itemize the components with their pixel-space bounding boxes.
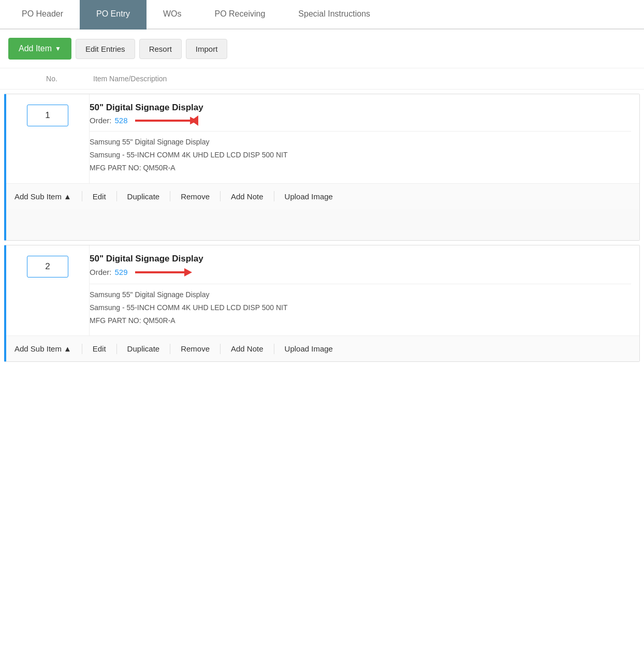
item-number-2: 2 (6, 245, 89, 336)
item-main-2: 2 50" Digital Signage Display Order: 529… (6, 245, 639, 336)
item-order-1: Order: 528 (90, 116, 631, 125)
duplicate-button-2[interactable]: Duplicate (127, 342, 160, 355)
detail-line-1-2: MFG PART NO: QM50R-A (90, 162, 631, 174)
upload-image-button-2[interactable]: Upload Image (285, 342, 333, 355)
detail-line-1-1: Samsung - 55-INCH COMM 4K UHD LED LCD DI… (90, 149, 631, 162)
divider-2c (170, 344, 170, 354)
divider-1e (274, 191, 274, 201)
add-sub-item-label-1: Add Sub Item (14, 192, 62, 201)
add-note-button-2[interactable]: Add Note (231, 342, 264, 355)
divider-2e (274, 344, 274, 354)
detail-line-2-0: Samsung 55" Digital Signage Display (90, 288, 631, 301)
number-box-1: 1 (27, 105, 68, 126)
divider-1a (82, 191, 82, 201)
divider-2a (82, 344, 82, 354)
item-details-1: Samsung 55" Digital Signage Display Sams… (90, 136, 631, 183)
order-link-1[interactable]: 528 (115, 116, 128, 125)
column-no: No. (10, 75, 93, 83)
add-sub-item-button-1[interactable]: Add Sub Item ▲ (14, 190, 71, 203)
arrow-svg-2 (135, 267, 192, 277)
svg-marker-3 (184, 268, 192, 276)
divider-1c (170, 191, 170, 201)
detail-line-1-0: Samsung 55" Digital Signage Display (90, 136, 631, 149)
column-item-name: Item Name/Description (93, 75, 634, 83)
item-divider-2 (90, 284, 631, 284)
item-content-1: 50" Digital Signage Display Order: 528 S… (89, 94, 639, 183)
remove-button-1[interactable]: Remove (181, 190, 210, 203)
item-title-1: 50" Digital Signage Display (90, 103, 631, 113)
item-main-1: 1 50" Digital Signage Display Order: 528… (6, 94, 639, 183)
tab-bar: PO Header PO Entry WOs PO Receiving Spec… (0, 0, 644, 30)
import-button[interactable]: Import (186, 39, 228, 59)
sub-item-area-1 (6, 209, 639, 240)
add-item-label: Add Item (19, 44, 52, 53)
add-sub-item-chevron-2: ▲ (64, 344, 71, 353)
order-link-2[interactable]: 529 (115, 268, 128, 276)
main-toolbar: Add Item ▼ Edit Entries Resort Import (0, 30, 644, 68)
tab-wos[interactable]: WOs (147, 0, 198, 30)
item-content-2: 50" Digital Signage Display Order: 529 S… (89, 245, 639, 336)
edit-entries-button[interactable]: Edit Entries (76, 39, 135, 59)
edit-button-1[interactable]: Edit (93, 190, 106, 203)
add-item-button[interactable]: Add Item ▼ (8, 38, 71, 60)
add-sub-item-label-2: Add Sub Item (14, 344, 62, 353)
add-note-button-1[interactable]: Add Note (231, 190, 264, 203)
divider-1d (220, 191, 221, 201)
divider-2d (220, 344, 221, 354)
add-sub-item-chevron-1: ▲ (64, 192, 71, 201)
item-divider-1 (90, 131, 631, 132)
item-order-2: Order: 529 (90, 267, 631, 277)
item-title-2: 50" Digital Signage Display (90, 254, 631, 264)
item-number-value-2: 2 (45, 261, 50, 272)
detail-line-2-1: Samsung - 55-INCH COMM 4K UHD LED LCD DI… (90, 301, 631, 314)
item-number-value-1: 1 (45, 110, 50, 121)
arrow-svg-1 (135, 115, 197, 126)
upload-image-button-1[interactable]: Upload Image (285, 190, 333, 203)
order-label-2: Order: (90, 268, 112, 276)
tab-po-entry[interactable]: PO Entry (80, 0, 147, 30)
chevron-down-icon: ▼ (55, 45, 61, 52)
remove-button-2[interactable]: Remove (181, 342, 210, 355)
item-card-1: 1 50" Digital Signage Display Order: 528… (4, 94, 640, 241)
add-sub-item-button-2[interactable]: Add Sub Item ▲ (14, 342, 71, 355)
sub-toolbar-1: Add Sub Item ▲ Edit Duplicate Remove Add… (6, 183, 639, 209)
order-arrow-2 (135, 267, 192, 277)
divider-2b (116, 344, 117, 354)
tab-po-receiving[interactable]: PO Receiving (198, 0, 282, 30)
edit-button-2[interactable]: Edit (93, 342, 106, 355)
table-header: No. Item Name/Description (0, 68, 644, 90)
divider-1b (116, 191, 117, 201)
item-number-1: 1 (6, 94, 89, 183)
item-card-2: 2 50" Digital Signage Display Order: 529… (4, 245, 640, 362)
sub-toolbar-2: Add Sub Item ▲ Edit Duplicate Remove Add… (6, 335, 639, 361)
tab-special-instructions[interactable]: Special Instructions (282, 0, 387, 30)
duplicate-button-1[interactable]: Duplicate (127, 190, 160, 203)
item-details-2: Samsung 55" Digital Signage Display Sams… (90, 288, 631, 336)
number-box-2: 2 (27, 256, 68, 277)
svg-marker-1 (190, 116, 197, 124)
order-label-1: Order: (90, 116, 112, 125)
detail-line-2-2: MFG PART NO: QM50R-A (90, 314, 631, 327)
resort-button[interactable]: Resort (139, 39, 182, 59)
tab-po-header[interactable]: PO Header (5, 0, 80, 30)
